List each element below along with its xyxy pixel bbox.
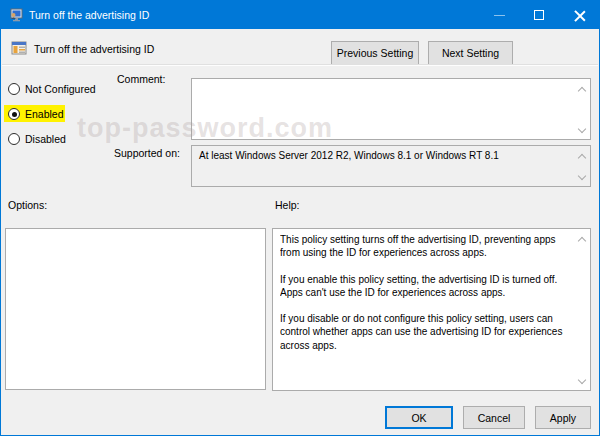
close-icon[interactable] [559,1,599,29]
previous-setting-button[interactable]: Previous Setting [331,41,419,65]
minimize-icon[interactable] [479,1,519,29]
help-label: Help: [275,199,300,211]
cancel-button[interactable]: Cancel [463,406,525,429]
supported-on-box: At least Windows Server 2012 R2, Windows… [191,145,591,187]
ok-button[interactable]: OK [385,406,453,429]
radio-not-configured[interactable]: Not Configured [8,82,96,96]
radio-not-configured-label[interactable]: Not Configured [25,83,96,95]
help-text: This policy setting turns off the advert… [280,233,571,387]
caption-buttons [479,1,599,29]
options-label: Options: [8,199,47,211]
group-policy-window-icon [9,8,23,22]
radio-enabled[interactable]: Enabled [8,107,64,121]
radio-disabled[interactable]: Disabled [8,132,66,146]
comment-input[interactable] [191,78,591,140]
maximize-icon[interactable] [519,1,559,29]
chevron-up-icon[interactable] [578,152,585,159]
options-pane [5,228,266,390]
supported-on-label: Supported on: [114,147,180,159]
window-title: Turn off the advertising ID [29,1,149,29]
radio-not-configured-circle[interactable] [8,83,20,95]
next-setting-button[interactable]: Next Setting [428,41,513,65]
chevron-up-icon[interactable] [578,235,585,242]
header-separator [2,64,598,66]
titlebar[interactable]: Turn off the advertising ID [1,1,599,29]
chevron-down-icon[interactable] [578,126,585,133]
apply-button[interactable]: Apply [535,406,591,429]
setting-title: Turn off the advertising ID [34,43,154,55]
chevron-down-icon[interactable] [578,173,585,180]
chevron-up-icon[interactable] [578,85,585,92]
radio-enabled-circle[interactable] [8,108,20,120]
radio-disabled-label[interactable]: Disabled [25,133,66,145]
comment-label: Comment: [117,73,165,85]
chevron-down-icon[interactable] [578,377,585,384]
policy-setting-icon [11,40,27,56]
radio-disabled-circle[interactable] [8,133,20,145]
policy-setting-dialog: Turn off the advertising ID Turn off the… [0,0,600,436]
help-pane: This policy setting turns off the advert… [272,228,591,391]
supported-on-value: At least Windows Server 2012 R2, Windows… [199,150,570,161]
radio-enabled-label[interactable]: Enabled [25,108,64,120]
